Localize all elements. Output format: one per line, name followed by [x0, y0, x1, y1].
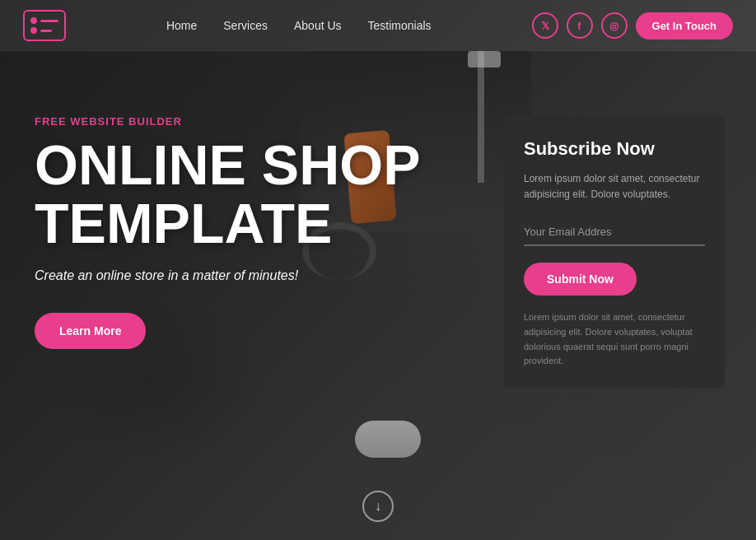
contact-button[interactable]: Get In Touch [636, 12, 733, 40]
nav-item-testimonials[interactable]: Testimonials [368, 18, 432, 33]
subscribe-description: Lorem ipsum dolor sit amet, consectetur … [524, 171, 705, 202]
nav-link-home[interactable]: Home [166, 19, 197, 32]
bg-mouse-decor [355, 421, 421, 458]
subscribe-footer-text: Lorem ipsum dolor sit amet, consectetur … [524, 310, 705, 368]
logo-bar-2 [40, 30, 52, 32]
nav-item-home[interactable]: Home [166, 18, 197, 33]
hero-title-line2: TEMPLATE [35, 192, 332, 254]
logo-icon [23, 10, 66, 41]
learn-more-button[interactable]: Learn More [35, 313, 146, 349]
logo[interactable] [23, 10, 66, 41]
nav-link-about[interactable]: About Us [294, 19, 342, 32]
nav-item-about[interactable]: About Us [294, 18, 342, 33]
facebook-icon[interactable]: f [567, 12, 593, 39]
scroll-down-button[interactable]: ↓ [362, 491, 394, 522]
nav-right: 𝕏 f ◎ Get In Touch [532, 12, 733, 40]
hero-section: Home Services About Us Testimonials 𝕏 f … [0, 0, 756, 540]
subscribe-card: Subscribe Now Lorem ipsum dolor sit amet… [504, 115, 725, 389]
arrow-down-icon: ↓ [375, 499, 381, 514]
nav-item-services[interactable]: Services [223, 18, 268, 33]
submit-button[interactable]: Submit Now [524, 263, 637, 296]
nav-links: Home Services About Us Testimonials [166, 18, 432, 33]
subscribe-title: Subscribe Now [524, 138, 705, 160]
logo-bar-1 [40, 20, 58, 22]
bg-lamp-head [468, 51, 501, 68]
hero-subtitle: Create an online store in a matter of mi… [35, 268, 421, 283]
hero-title: ONLINE SHOP TEMPLATE [35, 136, 421, 254]
nav-link-testimonials[interactable]: Testimonials [368, 19, 432, 32]
instagram-icon[interactable]: ◎ [601, 12, 628, 39]
email-input[interactable] [524, 219, 705, 246]
hero-content: FREE WEBSITE BUILDER ONLINE SHOP TEMPLAT… [35, 115, 421, 349]
twitter-icon[interactable]: 𝕏 [532, 12, 558, 39]
free-label: FREE WEBSITE BUILDER [35, 115, 421, 128]
hero-title-line1: ONLINE SHOP [35, 133, 421, 196]
logo-dot-1 [30, 17, 37, 24]
bg-lamp-pole [478, 51, 484, 183]
nav-link-services[interactable]: Services [223, 19, 268, 32]
navbar: Home Services About Us Testimonials 𝕏 f … [0, 0, 756, 51]
logo-dot-2 [30, 27, 37, 34]
